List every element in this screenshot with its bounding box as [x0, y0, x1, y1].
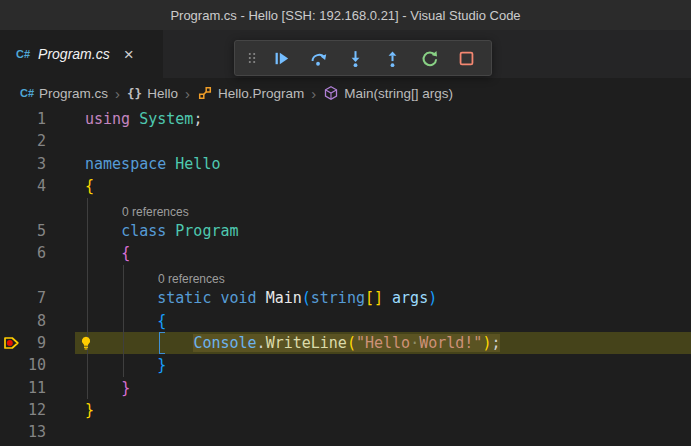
tab-label: Program.cs [38, 46, 110, 62]
line-number: 11 [0, 377, 46, 399]
code-line: 8 { [0, 310, 691, 332]
code-content[interactable]: } [85, 399, 94, 421]
line-number: 8 [0, 310, 46, 332]
code-line: 2 [0, 130, 691, 152]
line-number: 2 [0, 130, 46, 152]
line-number: 6 [0, 242, 46, 264]
code-content[interactable]: static void Main(string[] args) [85, 287, 437, 309]
indent-guide [87, 198, 88, 220]
line-number: 5 [0, 220, 46, 242]
csharp-file-icon: C# [16, 48, 30, 60]
codelens-row: 0 references [0, 198, 691, 220]
tab-close-icon[interactable]: × [124, 46, 134, 63]
breadcrumb-item-main-string-args-[interactable]: Main(string[] args) [323, 85, 453, 101]
code-line: 7 static void Main(string[] args) [0, 287, 691, 309]
step-over-button[interactable] [300, 43, 337, 73]
step-out-button[interactable] [374, 43, 411, 73]
step-out-icon [383, 49, 402, 68]
code-line: 13 [0, 421, 691, 443]
stop-button[interactable] [448, 43, 485, 73]
breadcrumb-label: Hello [147, 86, 178, 101]
code-line: 5 class Program [0, 220, 691, 242]
breadcrumb-label: Main(string[] args) [344, 86, 453, 101]
method-icon [323, 85, 339, 101]
window-title: Program.cs - Hello [SSH: 192.168.0.21] -… [170, 8, 520, 23]
lightbulb-icon[interactable] [78, 335, 94, 351]
code-content[interactable]: { [85, 175, 94, 197]
breadcrumb-separator: › [311, 85, 316, 102]
code-line: 1using System; [0, 108, 691, 130]
indent-guide [87, 265, 88, 287]
step-into-button[interactable] [337, 43, 374, 73]
step-into-icon [346, 49, 365, 68]
code-content[interactable]: } [85, 354, 166, 376]
editor-code-area[interactable]: 1using System;23namespace Hello4{0 refer… [0, 108, 691, 446]
window-titlebar[interactable]: Program.cs - Hello [SSH: 192.168.0.21] -… [0, 0, 691, 30]
breadcrumb-label: Program.cs [39, 86, 108, 101]
code-content[interactable]: class Program [85, 220, 239, 242]
code-content[interactable]: { [85, 242, 130, 264]
breadcrumb-separator: › [115, 85, 120, 102]
stop-icon [457, 49, 476, 68]
line-number: 1 [0, 108, 46, 130]
code-line: 9 Console.WriteLine("Hello·World!"); [0, 332, 691, 354]
continue-icon [272, 49, 291, 68]
vscode-window: Program.cs - Hello [SSH: 192.168.0.21] -… [0, 0, 691, 446]
code-content[interactable]: using System; [85, 108, 202, 130]
line-number: 4 [0, 175, 46, 197]
code-content[interactable]: { [85, 310, 166, 332]
codelens-row: 0 references [0, 265, 691, 287]
restart-icon [420, 49, 439, 68]
debug-pointer-icon[interactable] [2, 335, 20, 351]
code-line: 6 { [0, 242, 691, 264]
code-content[interactable]: namespace Hello [85, 153, 220, 175]
line-number: 10 [0, 354, 46, 376]
breadcrumb-item-program-cs[interactable]: C#Program.cs [20, 86, 108, 101]
continue-button[interactable] [263, 43, 300, 73]
breadcrumb-label: Hello.Program [218, 86, 304, 101]
gripper-icon [245, 51, 259, 65]
breadcrumb-item-hello[interactable]: {}Hello [127, 86, 178, 101]
step-over-icon [309, 49, 328, 68]
code-line: 3namespace Hello [0, 153, 691, 175]
code-line: 12} [0, 399, 691, 421]
line-number: 13 [0, 421, 46, 443]
code-line: 4{ [0, 175, 691, 197]
restart-button[interactable] [411, 43, 448, 73]
csharp-file-icon: C# [20, 87, 34, 99]
class-icon [197, 85, 213, 101]
line-number: 7 [0, 287, 46, 309]
debug-current-statement[interactable]: Console.WriteLine("Hello·World!"); [193, 334, 500, 352]
breadcrumb: C#Program.cs›{}Hello›Hello.Program›Main(… [0, 78, 691, 108]
line-number: 12 [0, 399, 46, 421]
line-number: 3 [0, 153, 46, 175]
debug-toolbar [234, 40, 492, 76]
code-line: 10 } [0, 354, 691, 376]
tab-program-cs[interactable]: C# Program.cs × [0, 30, 163, 78]
code-content[interactable]: Console.WriteLine("Hello·World!"); [85, 332, 500, 354]
namespace-icon: {} [127, 86, 142, 101]
code-line: 11 } [0, 377, 691, 399]
breadcrumb-separator: › [185, 85, 190, 102]
breadcrumb-item-hello-program[interactable]: Hello.Program [197, 85, 304, 101]
toolbar-drag-handle[interactable] [241, 44, 263, 72]
indent-guide [123, 265, 124, 287]
code-content[interactable]: } [85, 377, 130, 399]
